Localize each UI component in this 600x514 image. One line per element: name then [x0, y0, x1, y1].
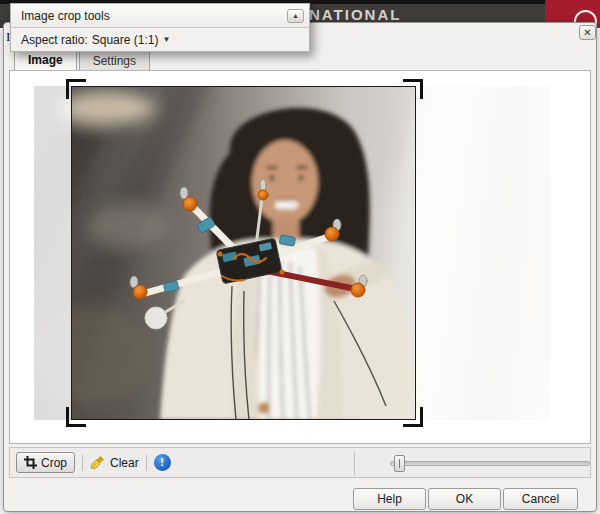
clear-button-label: Clear [110, 456, 139, 470]
ok-button-label: OK [456, 492, 473, 506]
clear-broom-icon [90, 455, 106, 471]
help-button[interactable]: Help [353, 488, 426, 510]
image-crop-tools-panel: Image crop tools ▲ Aspect ratio: Square … [10, 3, 310, 52]
help-button-label: Help [377, 492, 402, 506]
site-brand-text: NATIONAL [309, 6, 401, 23]
toolbar-separator [82, 455, 83, 471]
cancel-button[interactable]: Cancel [503, 488, 578, 510]
photo [34, 86, 550, 420]
crop-panel-title: Image crop tools [21, 9, 287, 23]
zoom-slider-handle[interactable] [394, 455, 405, 472]
tab-settings-label: Settings [93, 54, 136, 68]
screen: NATIONAL I ✕ Image Settings [0, 0, 600, 514]
crop-selection[interactable] [71, 86, 416, 420]
crop-handle-top-right[interactable] [403, 79, 423, 99]
tab-settings[interactable]: Settings [79, 49, 150, 71]
collapse-glyph: ▲ [292, 12, 299, 19]
image-crop-dialog: I ✕ Image Settings [3, 22, 597, 512]
clear-button[interactable]: Clear [90, 455, 139, 471]
crop-toolbar: Crop Clear ! [9, 447, 591, 478]
close-icon[interactable]: ✕ [579, 25, 596, 40]
aspect-ratio-value: Square (1:1) [92, 33, 159, 47]
image-tab-pane [9, 70, 591, 444]
crop-panel-header: Image crop tools ▲ [11, 4, 309, 28]
aspect-ratio-dropdown[interactable]: Aspect ratio: Square (1:1) ▼ [11, 28, 309, 51]
zoom-slider-track[interactable] [390, 461, 590, 466]
crop-handle-bottom-left[interactable] [66, 407, 86, 427]
crop-icon [24, 456, 37, 469]
caret-down-icon: ▼ [162, 35, 170, 44]
cancel-button-label: Cancel [522, 492, 559, 506]
aspect-ratio-label: Aspect ratio: [21, 33, 88, 47]
info-glyph: ! [160, 457, 164, 468]
collapse-up-icon[interactable]: ▲ [287, 9, 304, 23]
crop-button-label: Crop [41, 456, 67, 470]
info-icon[interactable]: ! [154, 454, 171, 471]
toolbar-separator [146, 455, 147, 471]
crop-handle-top-left[interactable] [66, 79, 86, 99]
crop-button[interactable]: Crop [16, 452, 75, 473]
toolbar-divider [354, 452, 355, 475]
tab-image-label: Image [28, 53, 63, 67]
ok-button[interactable]: OK [428, 488, 501, 510]
close-glyph: ✕ [583, 28, 591, 38]
crop-handle-bottom-right[interactable] [403, 407, 423, 427]
